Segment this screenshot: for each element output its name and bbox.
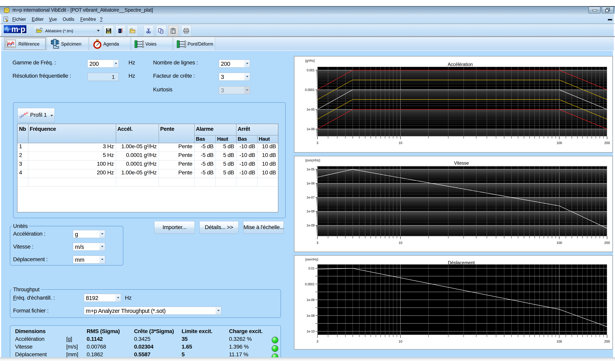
svg-text:200: 200 [604, 241, 610, 245]
svg-text:0.001: 0.001 [307, 69, 315, 72]
svg-text:200: 200 [604, 340, 610, 343]
svg-text:200: 200 [604, 141, 610, 145]
svg-text:10: 10 [399, 241, 402, 245]
svg-text:1e-06: 1e-06 [307, 298, 315, 302]
svg-text:1e-09: 1e-09 [307, 224, 315, 227]
svg-text:0.01: 0.01 [308, 267, 315, 270]
svg-text:0.0001: 0.0001 [305, 88, 315, 91]
svg-text:100: 100 [557, 141, 562, 145]
svg-text:1e-05: 1e-05 [307, 168, 315, 171]
svg-text:100: 100 [557, 340, 562, 343]
svg-text:1e-08: 1e-08 [307, 314, 315, 317]
svg-text:10: 10 [399, 141, 402, 145]
svg-text:1e-05: 1e-05 [307, 108, 315, 111]
svg-text:1e-08: 1e-08 [307, 210, 315, 213]
svg-text:3: 3 [316, 340, 318, 343]
svg-text:0.0001: 0.0001 [305, 283, 315, 286]
svg-text:10: 10 [399, 340, 402, 343]
svg-text:1e-06: 1e-06 [307, 127, 315, 131]
svg-text:100: 100 [557, 241, 562, 245]
svg-text:3: 3 [316, 241, 318, 245]
svg-text:3: 3 [316, 141, 318, 145]
svg-text:1e-07: 1e-07 [307, 196, 315, 199]
svg-text:1e-06: 1e-06 [307, 182, 315, 185]
svg-text:1e-10: 1e-10 [307, 330, 315, 333]
